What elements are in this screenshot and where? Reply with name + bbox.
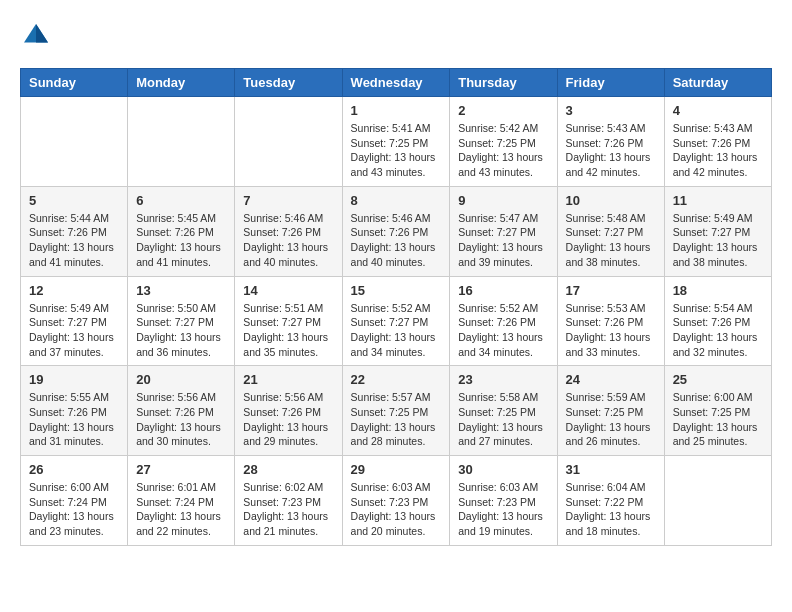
day-info: Sunrise: 5:59 AM Sunset: 7:25 PM Dayligh… <box>566 390 656 449</box>
day-info: Sunrise: 5:56 AM Sunset: 7:26 PM Dayligh… <box>243 390 333 449</box>
day-info: Sunrise: 5:46 AM Sunset: 7:26 PM Dayligh… <box>243 211 333 270</box>
calendar-cell: 2Sunrise: 5:42 AM Sunset: 7:25 PM Daylig… <box>450 97 557 187</box>
day-info: Sunrise: 6:03 AM Sunset: 7:23 PM Dayligh… <box>458 480 548 539</box>
day-header-monday: Monday <box>128 69 235 97</box>
week-row-5: 26Sunrise: 6:00 AM Sunset: 7:24 PM Dayli… <box>21 456 772 546</box>
day-header-saturday: Saturday <box>664 69 771 97</box>
calendar-cell: 25Sunrise: 6:00 AM Sunset: 7:25 PM Dayli… <box>664 366 771 456</box>
day-info: Sunrise: 6:00 AM Sunset: 7:24 PM Dayligh… <box>29 480 119 539</box>
header-row: SundayMondayTuesdayWednesdayThursdayFrid… <box>21 69 772 97</box>
day-number: 24 <box>566 372 656 387</box>
calendar-cell <box>21 97 128 187</box>
day-number: 14 <box>243 283 333 298</box>
day-info: Sunrise: 5:56 AM Sunset: 7:26 PM Dayligh… <box>136 390 226 449</box>
day-header-wednesday: Wednesday <box>342 69 450 97</box>
day-info: Sunrise: 5:57 AM Sunset: 7:25 PM Dayligh… <box>351 390 442 449</box>
day-header-sunday: Sunday <box>21 69 128 97</box>
calendar-cell: 26Sunrise: 6:00 AM Sunset: 7:24 PM Dayli… <box>21 456 128 546</box>
day-info: Sunrise: 6:00 AM Sunset: 7:25 PM Dayligh… <box>673 390 763 449</box>
calendar-cell: 27Sunrise: 6:01 AM Sunset: 7:24 PM Dayli… <box>128 456 235 546</box>
calendar-cell: 19Sunrise: 5:55 AM Sunset: 7:26 PM Dayli… <box>21 366 128 456</box>
logo-icon <box>20 20 52 52</box>
calendar-cell: 23Sunrise: 5:58 AM Sunset: 7:25 PM Dayli… <box>450 366 557 456</box>
day-info: Sunrise: 6:01 AM Sunset: 7:24 PM Dayligh… <box>136 480 226 539</box>
calendar-cell: 7Sunrise: 5:46 AM Sunset: 7:26 PM Daylig… <box>235 186 342 276</box>
day-info: Sunrise: 6:04 AM Sunset: 7:22 PM Dayligh… <box>566 480 656 539</box>
day-number: 29 <box>351 462 442 477</box>
calendar-cell: 22Sunrise: 5:57 AM Sunset: 7:25 PM Dayli… <box>342 366 450 456</box>
day-info: Sunrise: 5:54 AM Sunset: 7:26 PM Dayligh… <box>673 301 763 360</box>
day-number: 12 <box>29 283 119 298</box>
day-number: 21 <box>243 372 333 387</box>
calendar-cell: 20Sunrise: 5:56 AM Sunset: 7:26 PM Dayli… <box>128 366 235 456</box>
calendar-cell: 1Sunrise: 5:41 AM Sunset: 7:25 PM Daylig… <box>342 97 450 187</box>
day-info: Sunrise: 5:45 AM Sunset: 7:26 PM Dayligh… <box>136 211 226 270</box>
calendar-cell: 24Sunrise: 5:59 AM Sunset: 7:25 PM Dayli… <box>557 366 664 456</box>
day-info: Sunrise: 5:42 AM Sunset: 7:25 PM Dayligh… <box>458 121 548 180</box>
day-number: 10 <box>566 193 656 208</box>
day-info: Sunrise: 5:55 AM Sunset: 7:26 PM Dayligh… <box>29 390 119 449</box>
day-number: 15 <box>351 283 442 298</box>
day-info: Sunrise: 5:51 AM Sunset: 7:27 PM Dayligh… <box>243 301 333 360</box>
calendar-table: SundayMondayTuesdayWednesdayThursdayFrid… <box>20 68 772 546</box>
day-info: Sunrise: 5:43 AM Sunset: 7:26 PM Dayligh… <box>673 121 763 180</box>
calendar-cell: 29Sunrise: 6:03 AM Sunset: 7:23 PM Dayli… <box>342 456 450 546</box>
calendar-cell: 31Sunrise: 6:04 AM Sunset: 7:22 PM Dayli… <box>557 456 664 546</box>
day-info: Sunrise: 5:46 AM Sunset: 7:26 PM Dayligh… <box>351 211 442 270</box>
calendar-cell <box>235 97 342 187</box>
day-number: 13 <box>136 283 226 298</box>
calendar-cell: 4Sunrise: 5:43 AM Sunset: 7:26 PM Daylig… <box>664 97 771 187</box>
calendar-cell: 6Sunrise: 5:45 AM Sunset: 7:26 PM Daylig… <box>128 186 235 276</box>
day-info: Sunrise: 6:03 AM Sunset: 7:23 PM Dayligh… <box>351 480 442 539</box>
calendar-cell: 9Sunrise: 5:47 AM Sunset: 7:27 PM Daylig… <box>450 186 557 276</box>
calendar-cell: 21Sunrise: 5:56 AM Sunset: 7:26 PM Dayli… <box>235 366 342 456</box>
day-info: Sunrise: 5:41 AM Sunset: 7:25 PM Dayligh… <box>351 121 442 180</box>
day-info: Sunrise: 5:43 AM Sunset: 7:26 PM Dayligh… <box>566 121 656 180</box>
day-number: 18 <box>673 283 763 298</box>
week-row-2: 5Sunrise: 5:44 AM Sunset: 7:26 PM Daylig… <box>21 186 772 276</box>
day-number: 19 <box>29 372 119 387</box>
svg-marker-1 <box>36 24 48 42</box>
day-number: 17 <box>566 283 656 298</box>
day-number: 4 <box>673 103 763 118</box>
day-number: 6 <box>136 193 226 208</box>
day-number: 27 <box>136 462 226 477</box>
calendar-cell: 10Sunrise: 5:48 AM Sunset: 7:27 PM Dayli… <box>557 186 664 276</box>
day-number: 22 <box>351 372 442 387</box>
day-number: 8 <box>351 193 442 208</box>
day-number: 23 <box>458 372 548 387</box>
day-info: Sunrise: 5:48 AM Sunset: 7:27 PM Dayligh… <box>566 211 656 270</box>
day-number: 28 <box>243 462 333 477</box>
calendar-cell: 15Sunrise: 5:52 AM Sunset: 7:27 PM Dayli… <box>342 276 450 366</box>
calendar-cell: 28Sunrise: 6:02 AM Sunset: 7:23 PM Dayli… <box>235 456 342 546</box>
day-info: Sunrise: 5:47 AM Sunset: 7:27 PM Dayligh… <box>458 211 548 270</box>
day-info: Sunrise: 5:58 AM Sunset: 7:25 PM Dayligh… <box>458 390 548 449</box>
logo <box>20 20 56 52</box>
day-info: Sunrise: 5:52 AM Sunset: 7:26 PM Dayligh… <box>458 301 548 360</box>
day-number: 11 <box>673 193 763 208</box>
calendar-cell: 13Sunrise: 5:50 AM Sunset: 7:27 PM Dayli… <box>128 276 235 366</box>
day-number: 2 <box>458 103 548 118</box>
day-number: 30 <box>458 462 548 477</box>
calendar-cell <box>664 456 771 546</box>
day-info: Sunrise: 5:49 AM Sunset: 7:27 PM Dayligh… <box>673 211 763 270</box>
calendar-cell: 12Sunrise: 5:49 AM Sunset: 7:27 PM Dayli… <box>21 276 128 366</box>
calendar-cell: 17Sunrise: 5:53 AM Sunset: 7:26 PM Dayli… <box>557 276 664 366</box>
calendar-cell: 11Sunrise: 5:49 AM Sunset: 7:27 PM Dayli… <box>664 186 771 276</box>
day-header-thursday: Thursday <box>450 69 557 97</box>
day-number: 31 <box>566 462 656 477</box>
day-number: 1 <box>351 103 442 118</box>
page-header <box>20 20 772 52</box>
calendar-cell: 3Sunrise: 5:43 AM Sunset: 7:26 PM Daylig… <box>557 97 664 187</box>
calendar-cell: 16Sunrise: 5:52 AM Sunset: 7:26 PM Dayli… <box>450 276 557 366</box>
day-header-tuesday: Tuesday <box>235 69 342 97</box>
day-number: 16 <box>458 283 548 298</box>
day-info: Sunrise: 5:50 AM Sunset: 7:27 PM Dayligh… <box>136 301 226 360</box>
day-number: 9 <box>458 193 548 208</box>
calendar-cell: 30Sunrise: 6:03 AM Sunset: 7:23 PM Dayli… <box>450 456 557 546</box>
day-number: 26 <box>29 462 119 477</box>
calendar-cell: 14Sunrise: 5:51 AM Sunset: 7:27 PM Dayli… <box>235 276 342 366</box>
week-row-1: 1Sunrise: 5:41 AM Sunset: 7:25 PM Daylig… <box>21 97 772 187</box>
day-header-friday: Friday <box>557 69 664 97</box>
calendar-cell: 5Sunrise: 5:44 AM Sunset: 7:26 PM Daylig… <box>21 186 128 276</box>
